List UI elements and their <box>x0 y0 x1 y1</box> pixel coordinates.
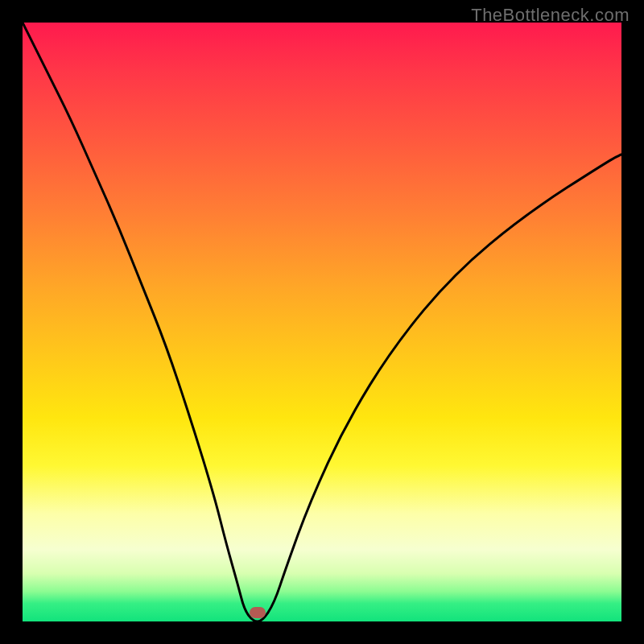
plot-area <box>23 23 621 621</box>
chart-frame: TheBottleneck.com <box>0 0 644 644</box>
curve-svg <box>23 23 621 621</box>
bottleneck-curve <box>23 23 621 621</box>
optimal-point-marker <box>250 607 266 618</box>
